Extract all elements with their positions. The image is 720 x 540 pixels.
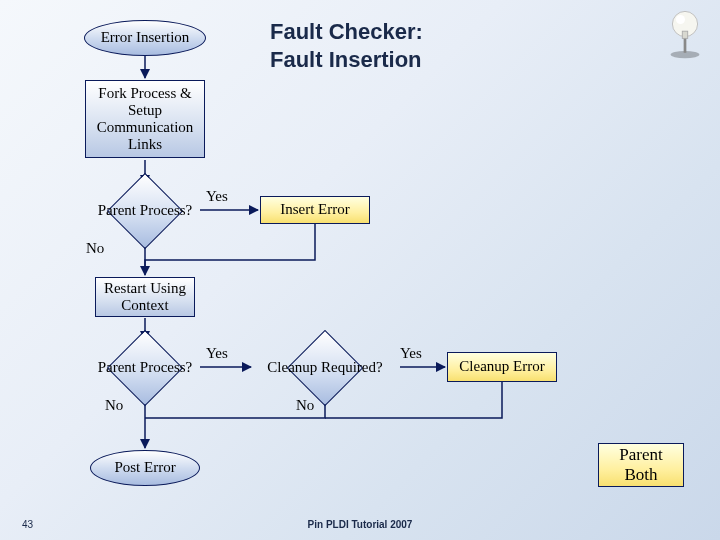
decision-parent-2 — [107, 330, 183, 406]
node-fork-setup: Fork Process & Setup Communication Links — [85, 80, 205, 158]
label-post-error: Post Error — [114, 459, 175, 476]
node-restart: Restart Using Context — [95, 277, 195, 317]
node-post-error: Post Error — [90, 450, 200, 486]
label-cleanup-error: Cleanup Error — [459, 358, 544, 375]
svg-point-3 — [676, 15, 685, 24]
edge-yes-2: Yes — [206, 345, 228, 362]
label-fork-setup: Fork Process & Setup Communication Links — [97, 85, 194, 154]
pushpin-icon — [658, 6, 712, 60]
title-line1: Fault Checker: — [270, 19, 423, 44]
label-insert-error: Insert Error — [280, 201, 350, 218]
edge-yes-1: Yes — [206, 188, 228, 205]
node-error-insertion: Error Insertion — [84, 20, 206, 56]
node-cleanup-error: Cleanup Error — [447, 352, 557, 382]
label-restart: Restart Using Context — [104, 280, 186, 315]
decision-cleanup — [287, 330, 363, 406]
edge-yes-3: Yes — [400, 345, 422, 362]
label-error-insertion: Error Insertion — [101, 29, 190, 46]
edge-no-3: No — [296, 397, 314, 414]
footer-text: Pin PLDI Tutorial 2007 — [0, 519, 720, 530]
title-line2: Fault Insertion — [270, 47, 422, 72]
edge-no-1: No — [86, 240, 104, 257]
slide-title: Fault Checker: Fault Insertion — [270, 18, 423, 73]
svg-rect-4 — [682, 31, 687, 38]
decision-parent-1 — [107, 173, 183, 249]
node-insert-error: Insert Error — [260, 196, 370, 224]
legend-parent-both: Parent Both — [598, 443, 684, 487]
edge-no-2: No — [105, 397, 123, 414]
label-parent-both: Parent Both — [619, 445, 662, 484]
